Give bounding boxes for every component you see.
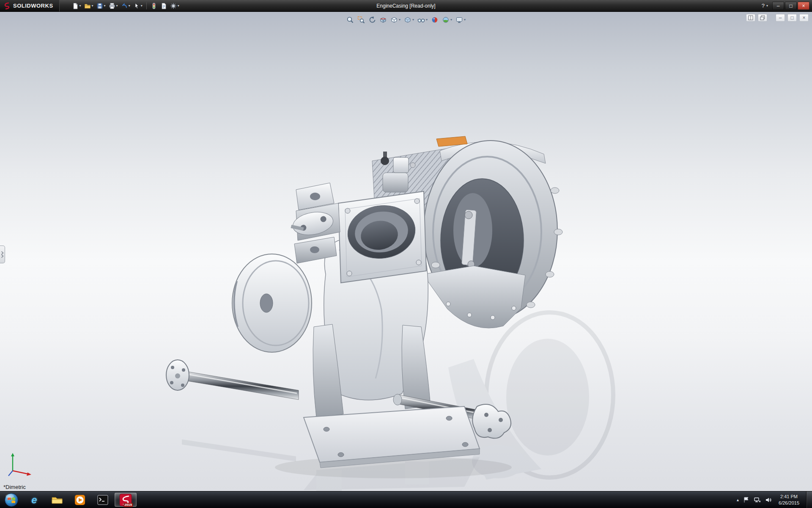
- open-button[interactable]: ▾: [83, 1, 95, 11]
- show-hidden-icons-button[interactable]: ▴: [737, 497, 739, 502]
- volume-icon[interactable]: [765, 497, 772, 503]
- clock-date: 6/26/2015: [779, 500, 799, 506]
- show-desktop-button[interactable]: [806, 491, 812, 508]
- file-explorer-button[interactable]: [46, 493, 68, 507]
- file-explorer-folder-icon: [51, 494, 63, 506]
- solidworks-logo-icon: [3, 2, 11, 10]
- viewport-3d[interactable]: ▾ ▾ ▾: [0, 12, 812, 491]
- rebuild-button[interactable]: [149, 1, 159, 11]
- options-gear-icon: [170, 3, 177, 9]
- new-window-icon: [760, 15, 765, 20]
- dropdown-caret-icon[interactable]: ▾: [464, 18, 466, 22]
- close-button[interactable]: ×: [798, 2, 809, 10]
- apply-scene-icon: [442, 16, 450, 24]
- document-window-controls: – □ ×: [746, 14, 809, 22]
- dropdown-caret-icon[interactable]: ▾: [426, 18, 428, 22]
- brand-name: SOLIDWORKS: [13, 3, 53, 9]
- solidworks-window: SOLIDWORKS ▾ ▾: [0, 0, 812, 508]
- doc-minimize-button[interactable]: –: [776, 14, 785, 22]
- save-button[interactable]: ▾: [95, 1, 107, 11]
- print-button[interactable]: ▾: [107, 1, 119, 11]
- rebuild-traffic-light-icon: [151, 3, 157, 9]
- internet-explorer-button[interactable]: e: [23, 493, 45, 507]
- view-orientation-label: *Dimetric: [3, 484, 26, 490]
- edit-appearance-button[interactable]: [430, 14, 440, 25]
- window-controls: – □ ×: [772, 2, 809, 10]
- command-prompt-icon: [97, 494, 109, 506]
- file-properties-button[interactable]: [159, 1, 168, 11]
- dropdown-caret-icon[interactable]: ▾: [178, 4, 179, 8]
- solidworks-logo: SOLIDWORKS: [0, 0, 60, 11]
- titlebar-right-controls: ? ▾ – □ ×: [762, 0, 809, 11]
- titlebar: SOLIDWORKS ▾ ▾: [0, 0, 812, 12]
- section-view-button[interactable]: [378, 14, 388, 25]
- internet-explorer-icon: e: [31, 495, 37, 505]
- edit-appearance-ball-icon: [431, 16, 439, 24]
- hide-show-glasses-icon: [417, 16, 425, 24]
- undo-button[interactable]: ▾: [120, 1, 132, 11]
- new-document-button[interactable]: ▾: [71, 1, 82, 11]
- open-folder-icon: [84, 3, 91, 9]
- heads-up-toolbar: ▾ ▾ ▾: [345, 14, 467, 25]
- zoom-to-fit-button[interactable]: [345, 14, 355, 25]
- options-button[interactable]: ▾: [169, 1, 181, 11]
- split-pane-button[interactable]: [746, 14, 755, 22]
- dropdown-caret-icon[interactable]: ▾: [412, 18, 414, 22]
- doc-close-button[interactable]: ×: [799, 14, 809, 22]
- start-button[interactable]: [0, 491, 23, 508]
- dropdown-caret-icon[interactable]: ▾: [104, 4, 106, 8]
- dropdown-caret-icon[interactable]: ▾: [141, 4, 143, 8]
- dropdown-caret-icon[interactable]: ▾: [129, 4, 130, 8]
- dropdown-caret-icon[interactable]: ▾: [766, 4, 768, 8]
- media-player-icon: [74, 494, 86, 506]
- media-player-button[interactable]: [69, 493, 91, 507]
- undo-arrow-icon: [121, 3, 128, 9]
- select-button[interactable]: ▾: [132, 1, 144, 11]
- view-orientation-button[interactable]: ▾: [389, 14, 402, 25]
- print-icon: [109, 3, 115, 9]
- new-window-button[interactable]: [758, 14, 767, 22]
- hide-show-items-button[interactable]: ▾: [416, 14, 429, 25]
- save-floppy-icon: [96, 3, 103, 9]
- zoom-to-area-button[interactable]: [356, 14, 366, 25]
- view-settings-button[interactable]: ▾: [454, 14, 467, 25]
- help-button[interactable]: ? ▾: [762, 3, 768, 9]
- file-properties-icon: [160, 3, 167, 9]
- view-settings-icon: [455, 16, 463, 24]
- previous-view-icon: [368, 16, 376, 24]
- dropdown-caret-icon[interactable]: ▾: [399, 18, 401, 22]
- dropdown-caret-icon[interactable]: ▾: [80, 4, 81, 8]
- reference-triad: [7, 451, 36, 480]
- panel-expand-chevron-icon: [1, 251, 4, 258]
- taskbar-clock[interactable]: 2:41 PM 6/26/2015: [776, 494, 802, 506]
- engine-casing-model[interactable]: [0, 12, 812, 491]
- dropdown-caret-icon[interactable]: ▾: [92, 4, 93, 8]
- solidworks-taskbar-button[interactable]: 2015: [115, 493, 137, 507]
- zoom-to-area-icon: [357, 16, 365, 24]
- apply-scene-button[interactable]: ▾: [441, 14, 453, 25]
- display-style-button[interactable]: ▾: [403, 14, 415, 25]
- engine-casing-geometry: [166, 136, 562, 468]
- dropdown-caret-icon[interactable]: ▾: [116, 4, 118, 8]
- network-icon[interactable]: [754, 497, 761, 503]
- feature-panel-collapsed-tab[interactable]: [0, 246, 5, 263]
- new-document-icon: [72, 3, 79, 9]
- action-center-flag-icon[interactable]: [743, 497, 750, 503]
- menu-bar-toolbar: ▾ ▾ ▾: [60, 1, 181, 11]
- toolbar-separator: [146, 3, 147, 9]
- document-title: EngineCasing [Read-only]: [376, 3, 435, 9]
- split-pane-icon: [748, 15, 753, 20]
- display-style-icon: [404, 16, 411, 24]
- dropdown-caret-icon[interactable]: ▾: [450, 18, 452, 22]
- previous-view-button[interactable]: [367, 14, 377, 25]
- doc-restore-button[interactable]: □: [787, 14, 797, 22]
- minimize-button[interactable]: –: [772, 2, 784, 10]
- xyz-triad-icon: [7, 451, 36, 478]
- system-tray: ▴ 2:41 PM 6/26/2015: [737, 491, 806, 508]
- view-orientation-cube-icon: [390, 16, 398, 24]
- clock-time: 2:41 PM: [779, 494, 799, 500]
- restore-button[interactable]: □: [785, 2, 797, 10]
- command-prompt-button[interactable]: [92, 493, 114, 507]
- windows-start-orb-icon: [4, 492, 19, 508]
- zoom-to-fit-icon: [346, 16, 354, 24]
